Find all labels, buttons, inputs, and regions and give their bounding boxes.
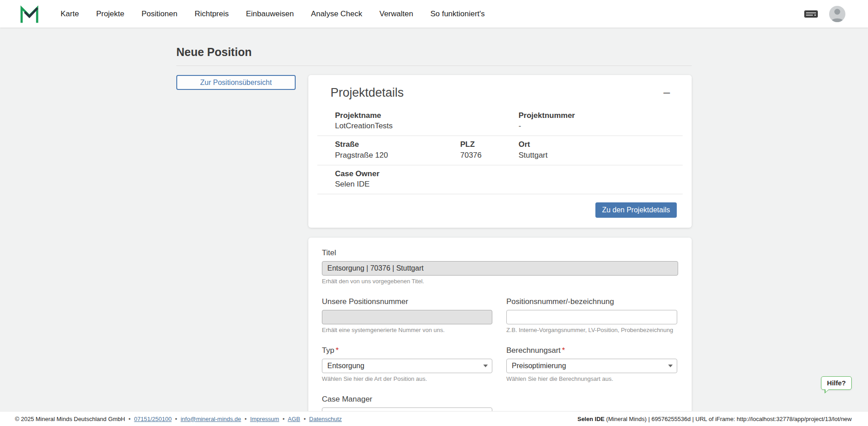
user-avatar[interactable] [829,6,845,22]
agb-link[interactable]: AGB [288,416,300,422]
case-owner-cell: Case Owner Selen IDE [317,169,683,189]
phone-link[interactable]: 07151/250100 [134,416,172,422]
mineral-minds-logo-icon[interactable] [20,5,39,23]
nav-item-verwalten[interactable]: Verwalten [379,9,413,19]
strasse-label: Straße [335,140,460,149]
case-owner-value: Selen IDE [335,179,683,189]
titel-field-group: Titel Erhält den von uns vorgegebenen Ti… [322,248,678,285]
projektnummer-cell: Projektnummer - [519,111,683,131]
plz-cell: PLZ 70376 [460,140,519,160]
positionsnummer-label: Unsere Positionsnummer [322,297,492,306]
berechnungsart-select[interactable]: Preisoptimierung [506,359,677,373]
plz-value: 70376 [460,150,519,160]
table-row: Case Owner Selen IDE [317,165,683,194]
navbar: Karte Projekte Positionen Richtpreis Ein… [0,0,868,28]
titel-helper: Erhält den von uns vorgegebenen Titel. [322,278,678,285]
project-details-title: Projektdetails [330,86,404,100]
project-details-table: Projektname LotCreationTests Projektnumm… [317,107,683,194]
server-icon[interactable] [804,9,818,19]
footer-session-info: Selen IDE (Mineral Minds) | 69576255536d… [577,416,852,422]
nav-item-richtpreis[interactable]: Richtpreis [194,9,229,19]
berechnungsart-field-group: Berechnungsart* Preisoptimierung Wählen … [506,346,677,382]
berechnungsart-label: Berechnungsart* [506,346,677,355]
table-row: Projektname LotCreationTests Projektnumm… [317,107,683,136]
help-button[interactable]: Hilfe? [821,376,852,390]
back-to-positions-button[interactable]: Zur Positionsübersicht [176,75,296,90]
footer: © 2025 Mineral Minds Deutschland GmbH • … [0,411,868,426]
page-title: Neue Position [176,46,692,66]
navbar-right [804,6,845,22]
go-to-project-details-button[interactable]: Zu den Projektdetails [595,202,677,218]
person-icon [829,6,845,22]
position-form-card: Titel Erhält den von uns vorgegebenen Ti… [308,238,692,411]
ort-value: Stuttgart [519,150,683,160]
strasse-cell: Straße Pragstraße 120 [317,140,460,160]
plz-label: PLZ [460,140,519,149]
bezeichnung-input[interactable] [506,310,677,324]
case-manager-select[interactable]: Selen IDE [322,407,492,411]
positionsnummer-input [322,310,492,324]
nav-item-positionen[interactable]: Positionen [142,9,177,19]
typ-helper: Wählen Sie hier die Art der Position aus… [322,375,492,382]
left-column: Zur Positionsübersicht [176,75,296,90]
nav-item-so-funktionierts[interactable]: So funktioniert's [430,9,485,19]
positionsnummer-helper: Erhält eine systemgenerierte Nummer von … [322,327,492,333]
nav-item-projekte[interactable]: Projekte [96,9,124,19]
main-content: Neue Position Zur Positionsübersicht Pro… [0,28,868,411]
project-details-card: Projektdetails – Projektname LotCreation… [308,75,692,228]
projektname-cell: Projektname LotCreationTests [317,111,519,131]
projektnummer-label: Projektnummer [519,111,683,120]
footer-left: © 2025 Mineral Minds Deutschland GmbH • … [15,416,342,422]
case-manager-field-group: Case Manager Selen IDE [322,395,492,411]
nav-item-einbauweisen[interactable]: Einbauweisen [246,9,294,19]
chevron-down-icon [668,365,673,367]
copyright-text: © 2025 Mineral Minds Deutschland GmbH [15,416,125,422]
session-user: Selen IDE [577,416,604,422]
collapse-icon[interactable]: – [661,86,673,98]
titel-label: Titel [322,248,678,257]
ort-cell: Ort Stuttgart [519,140,683,160]
nav-item-karte[interactable]: Karte [61,9,79,19]
required-asterisk: * [562,346,565,355]
positionsnummer-field-group: Unsere Positionsnummer Erhält eine syste… [322,297,492,333]
bezeichnung-field-group: Positionsnummer/-bezeichnung Z.B. Intern… [506,297,677,333]
main-nav: Karte Projekte Positionen Richtpreis Ein… [61,9,485,19]
table-row: Straße Pragstraße 120 PLZ 70376 Ort Stut… [317,136,683,165]
email-link[interactable]: info@mineral-minds.de [180,416,241,422]
case-owner-label: Case Owner [335,169,683,178]
berechnungsart-helper: Wählen Sie hier die Berechnungsart aus. [506,375,677,382]
datenschutz-link[interactable]: Datenschutz [309,416,342,422]
typ-field-group: Typ* Entsorgung Wählen Sie hier die Art … [322,346,492,382]
titel-input [322,261,678,276]
right-column: Projektdetails – Projektname LotCreation… [308,75,692,411]
case-manager-label: Case Manager [322,395,492,404]
nav-item-analyse-check[interactable]: Analyse Check [311,9,362,19]
bezeichnung-label: Positionsnummer/-bezeichnung [506,297,677,306]
ort-label: Ort [519,140,683,149]
bezeichnung-helper: Z.B. Interne-Vorgangsnummer, LV-Position… [506,327,677,333]
projektname-label: Projektname [335,111,519,120]
typ-select[interactable]: Entsorgung [322,359,492,373]
required-asterisk: * [335,346,339,355]
impressum-link[interactable]: Impressum [250,416,279,422]
session-details: (Mineral Minds) | 69576255536d | URL of … [604,416,852,422]
projektname-value: LotCreationTests [335,121,519,131]
chevron-down-icon [483,365,488,367]
strasse-value: Pragstraße 120 [335,150,460,160]
projektnummer-value: - [519,121,683,131]
typ-label: Typ* [322,346,492,355]
